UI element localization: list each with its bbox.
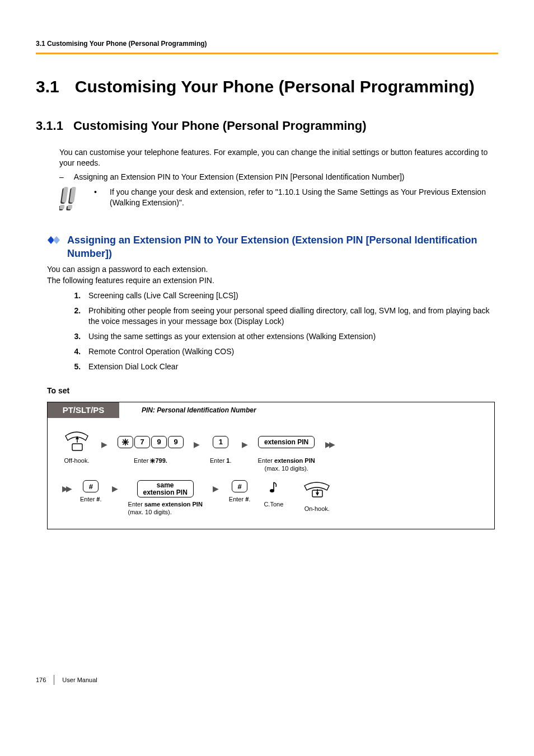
key-hash: # — [83, 480, 99, 492]
list-item: Screening calls (Live Call Screening [LC… — [83, 290, 498, 301]
list-item: Extension Dial Lock Clear — [83, 361, 498, 372]
step-ctone: C.Tone — [264, 480, 283, 509]
flow-row-1: Off-hook. ▶ 7 9 9 Enter 799. ▶ 1 Enter 1… — [48, 418, 494, 477]
svg-rect-7 — [67, 205, 72, 209]
svg-rect-5 — [59, 205, 64, 209]
page-footer: 176 User Manual — [36, 675, 498, 685]
dash-list-item: – Assigning an Extension PIN to Your Ext… — [59, 172, 498, 182]
caption-onhook: On-hook. — [305, 505, 330, 513]
step-hash-1: # Enter #. — [80, 480, 102, 504]
step-offhook: Off-hook. — [62, 430, 91, 465]
key-9b: 9 — [168, 436, 184, 448]
caption-enter799: Enter 799. — [134, 457, 167, 465]
caption-enter-hash2: Enter #. — [229, 496, 251, 504]
list-item: Remote Control Operation (Walking COS) — [83, 346, 498, 357]
note-text: If you change your desk and extension, r… — [110, 187, 498, 208]
key-9: 9 — [151, 436, 167, 448]
arrow-icon: ▶ — [194, 439, 200, 450]
caption-offhook: Off-hook. — [64, 457, 89, 465]
arrow-icon: ▶ — [242, 439, 248, 450]
key-star — [118, 436, 133, 448]
dash-mark: – — [59, 172, 64, 182]
step-same-pin: same extension PIN Enter same extension … — [128, 480, 203, 516]
subsection-title: 3.1.1 Customising Your Phone (Personal P… — [36, 118, 498, 134]
arrow-double-icon: ▶▶ — [325, 439, 333, 450]
key-same-extension-pin: same extension PIN — [137, 480, 194, 497]
footer-label: User Manual — [62, 676, 97, 684]
arrow-double-icon: ▶▶ — [62, 483, 70, 494]
list-item: Using the same settings as your extensio… — [83, 331, 498, 342]
list-item: Prohibiting other people from seeing you… — [83, 306, 498, 327]
footer-divider — [54, 675, 54, 685]
key-7: 7 — [134, 436, 150, 448]
to-set-heading: To set — [47, 386, 498, 396]
section-title-text: Customising Your Phone (Personal Program… — [75, 76, 475, 98]
section-title: 3.1 Customising Your Phone (Personal Pro… — [36, 76, 498, 98]
key-extension-pin: extension PIN — [258, 436, 315, 448]
assign-line2: The following features require an extens… — [47, 275, 498, 286]
important-note: • If you change your desk and extension,… — [59, 187, 498, 214]
caption-ext-pin: Enter extension PIN(max. 10 digits). — [258, 457, 315, 473]
arrow-icon: ▶ — [213, 483, 219, 494]
svg-marker-11 — [76, 436, 79, 439]
intro-text: You can customise your telephone feature… — [59, 147, 498, 168]
flow-row-2: ▶▶ # Enter #. ▶ same extension PIN Enter… — [48, 477, 494, 529]
caption-enter1: Enter 1. — [210, 457, 232, 465]
bullet-dot: • — [94, 187, 99, 208]
svg-marker-9 — [53, 236, 60, 244]
running-header: 3.1 Customising Your Phone (Personal Pro… — [36, 39, 498, 54]
onhook-icon — [301, 480, 332, 502]
page-number: 176 — [36, 676, 46, 684]
svg-point-20 — [270, 489, 274, 492]
arrow-icon: ▶ — [101, 439, 107, 450]
caption-ctone: C.Tone — [264, 501, 283, 509]
svg-rect-10 — [72, 444, 82, 450]
assign-heading: Assigning an Extension PIN to Your Exten… — [47, 233, 498, 261]
subsection-number: 3.1.1 — [36, 118, 63, 134]
step-ext-pin: extension PIN Enter extension PIN(max. 1… — [258, 430, 315, 473]
device-badge: PT/SLT/PS — [48, 402, 119, 418]
pin-expansion: PIN: Personal Identification Number — [142, 406, 256, 415]
step-hash-2: # Enter #. — [229, 480, 251, 504]
key-1: 1 — [213, 436, 228, 448]
caption-enter-hash: Enter #. — [80, 496, 102, 504]
step-dial-799: 7 9 9 Enter 799. — [118, 430, 184, 465]
diamond-icon — [47, 233, 62, 245]
section-number: 3.1 — [36, 76, 59, 98]
offhook-icon — [62, 430, 91, 454]
arrow-icon: ▶ — [112, 483, 118, 494]
exclamation-icon — [59, 187, 81, 214]
assign-line1: You can assign a password to each extens… — [47, 264, 498, 275]
step-dial-1: 1 Enter 1. — [210, 430, 232, 465]
key-hash-2: # — [232, 480, 247, 492]
assign-heading-text: Assigning an Extension PIN to Your Exten… — [67, 233, 498, 261]
svg-marker-22 — [316, 492, 319, 496]
dash-text: Assigning an Extension PIN to Your Exten… — [74, 172, 405, 182]
music-note-icon — [268, 480, 279, 497]
step-onhook: On-hook. — [301, 480, 332, 513]
procedure-panel: PT/SLT/PS PIN: Personal Identification N… — [47, 402, 495, 529]
caption-same-pin: Enter same extension PIN(max. 10 digits)… — [128, 501, 203, 516]
subsection-title-text: Customising Your Phone (Personal Program… — [73, 118, 367, 134]
feature-list: Screening calls (Live Call Screening [LC… — [83, 290, 498, 372]
